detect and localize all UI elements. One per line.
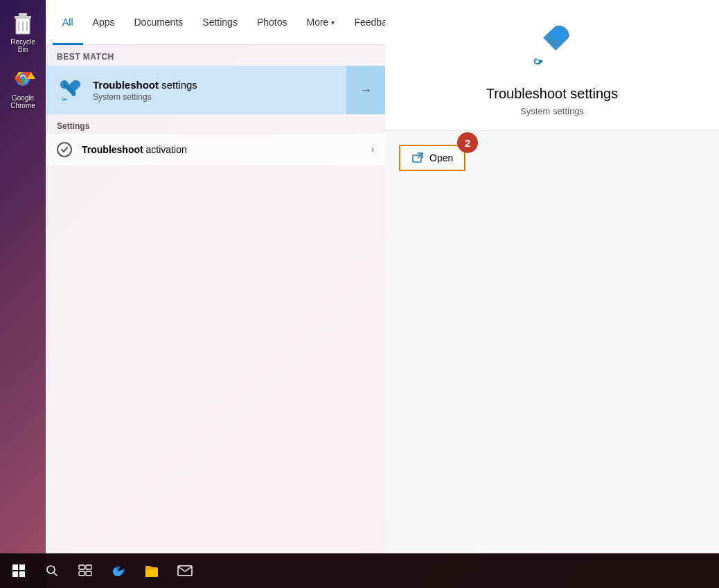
svg-point-14 xyxy=(535,60,539,63)
tab-apps[interactable]: Apps xyxy=(83,0,125,45)
detail-pane: Troubleshoot settings System settings 2 xyxy=(385,0,719,553)
svg-rect-26 xyxy=(86,565,91,569)
search-results-panel: All Apps Documents Settings Photos More … xyxy=(46,0,719,553)
tab-photos[interactable]: Photos xyxy=(247,0,297,45)
svg-rect-2 xyxy=(19,13,27,16)
best-match-content: Troubleshoot settings System settings xyxy=(46,66,346,114)
detail-wrench-icon xyxy=(524,21,580,76)
taskbar-search-button[interactable] xyxy=(36,555,68,587)
open-button[interactable]: Open xyxy=(399,145,465,171)
chrome-label: Google Chrome xyxy=(6,94,39,109)
svg-rect-21 xyxy=(12,571,18,577)
svg-line-24 xyxy=(54,573,57,576)
svg-rect-20 xyxy=(19,564,25,570)
svg-rect-29 xyxy=(145,569,158,577)
best-match-title: Troubleshoot settings xyxy=(93,79,197,91)
detail-actions: 2 Open xyxy=(385,131,719,185)
svg-rect-19 xyxy=(12,564,18,570)
desktop-icons-panel: Recycle Bin Google Chrome xyxy=(0,0,46,588)
best-match-label: Best match xyxy=(46,45,385,66)
chrome-icon[interactable]: Google Chrome xyxy=(3,63,42,112)
tab-settings[interactable]: Settings xyxy=(193,0,247,45)
step-2-badge: 2 xyxy=(457,132,478,153)
nav-tabs: All Apps Documents Settings Photos More … xyxy=(46,0,385,45)
svg-rect-1 xyxy=(15,16,31,19)
edge-button[interactable] xyxy=(103,555,134,587)
task-view-button[interactable] xyxy=(69,555,101,587)
svg-rect-25 xyxy=(79,565,85,569)
desktop: Recycle Bin Google Chrome xyxy=(0,0,719,588)
file-explorer-button[interactable] xyxy=(136,555,168,587)
detail-header: Troubleshoot settings System settings xyxy=(385,0,719,131)
best-match-item[interactable]: Troubleshoot settings System settings → xyxy=(46,66,385,114)
open-label: Open xyxy=(429,152,453,163)
taskbar xyxy=(0,553,719,588)
chevron-down-icon: ▾ xyxy=(331,19,335,26)
tab-documents[interactable]: Documents xyxy=(124,0,193,45)
svg-point-12 xyxy=(63,98,65,100)
troubleshoot-activation-item[interactable]: Troubleshoot activation › xyxy=(46,134,385,166)
svg-rect-22 xyxy=(19,571,25,577)
svg-point-13 xyxy=(57,143,71,157)
troubleshoot-activation-label: Troubleshoot activation xyxy=(82,144,362,155)
recycle-bin-icon[interactable]: Recycle Bin xyxy=(3,7,42,56)
tab-all[interactable]: All xyxy=(53,0,83,45)
best-match-subtitle: System settings xyxy=(93,92,197,102)
start-button[interactable] xyxy=(3,555,35,587)
settings-item-arrow: › xyxy=(371,145,374,154)
svg-rect-30 xyxy=(178,566,192,576)
results-pane: All Apps Documents Settings Photos More … xyxy=(46,0,385,553)
svg-rect-27 xyxy=(79,571,85,576)
mail-button[interactable] xyxy=(169,555,201,587)
detail-subtitle: System settings xyxy=(520,106,584,116)
best-match-text: Troubleshoot settings System settings xyxy=(93,79,197,102)
open-icon xyxy=(411,152,424,164)
recycle-bin-label: Recycle Bin xyxy=(6,38,39,53)
best-match-open-arrow[interactable]: → xyxy=(346,66,385,114)
tab-more[interactable]: More ▾ xyxy=(296,0,344,45)
wrench-icon xyxy=(57,77,83,103)
svg-rect-28 xyxy=(86,571,91,576)
circle-check-icon xyxy=(57,142,72,157)
detail-title: Troubleshoot settings xyxy=(486,86,618,102)
settings-section-label: Settings xyxy=(46,114,385,134)
